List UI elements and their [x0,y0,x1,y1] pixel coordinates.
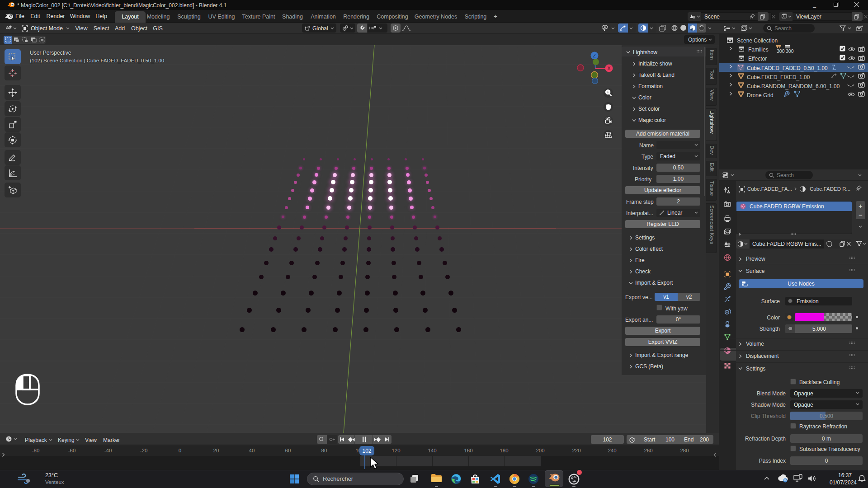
svg-text:Z: Z [593,53,596,58]
svg-text:X: X [607,66,610,71]
